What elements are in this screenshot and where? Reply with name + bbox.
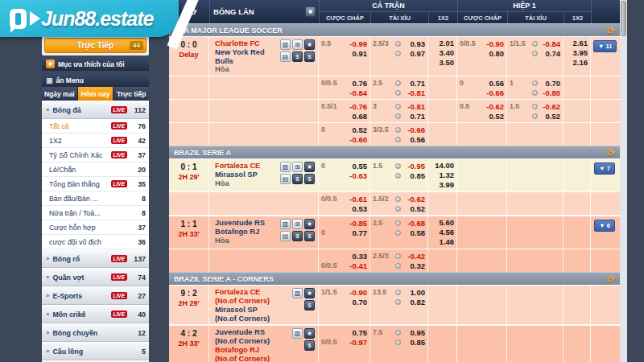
odds-value[interactable]: -0.84: [543, 39, 560, 48]
refresh-icon[interactable]: ⟳: [607, 148, 615, 158]
odds-value[interactable]: 0.82: [411, 298, 426, 306]
grid-icon[interactable]: ⊞: [292, 162, 303, 172]
grid-icon[interactable]: ⊞: [292, 39, 303, 50]
logo-banner[interactable]: Jun88.estate: [0, 0, 179, 37]
scrollbar-track[interactable]: [620, 0, 627, 362]
odds-value[interactable]: 0.91: [353, 49, 368, 58]
sidebar-item[interactable]: Tất cảLIVE76: [42, 119, 149, 134]
sidebar-item[interactable]: Nửa trận / Toà...8: [42, 206, 149, 220]
sidebar-item[interactable]: »Bóng chuyền12: [42, 323, 149, 342]
odds-value[interactable]: -0.66: [407, 125, 425, 134]
tab-ngày-mai[interactable]: Ngày mai: [42, 87, 78, 101]
odds-value[interactable]: 0.52: [411, 204, 426, 213]
star-icon[interactable]: ★: [304, 39, 315, 50]
tv-icon[interactable]: ▥: [292, 328, 303, 339]
odds-value[interactable]: 0.53: [353, 204, 368, 213]
odds-value[interactable]: 2.01: [431, 39, 454, 48]
odds-value[interactable]: -0.63: [349, 171, 367, 180]
cash-icon[interactable]: $: [292, 51, 303, 62]
odds-value[interactable]: 0.58: [411, 228, 426, 237]
star-icon[interactable]: ★: [304, 219, 315, 229]
odds-value[interactable]: -0.42: [407, 252, 425, 261]
odds-value[interactable]: 0.70: [353, 298, 368, 306]
odds-value[interactable]: 0.71: [411, 79, 426, 88]
odds-value[interactable]: 0.56: [489, 79, 505, 88]
odds-value[interactable]: 1.00: [411, 288, 426, 297]
sidebar-item[interactable]: »Môn crikêLIVE40: [42, 305, 149, 323]
sidebar-item[interactable]: cược đội vô địch36: [42, 235, 149, 249]
odds-value[interactable]: -0.41: [349, 261, 367, 270]
odds-value[interactable]: -0.66: [486, 88, 504, 97]
odds-value[interactable]: -0.90: [486, 39, 504, 48]
favorites-column-star-icon[interactable]: ★: [305, 6, 316, 17]
odds-value[interactable]: -0.80: [543, 88, 560, 97]
odds-value[interactable]: 14.00: [431, 161, 454, 171]
grid-icon[interactable]: ⊞: [292, 219, 303, 229]
cash-icon[interactable]: $: [304, 231, 315, 241]
sidebar-item[interactable]: »Bóng đáLIVE112: [42, 101, 149, 119]
odds-value[interactable]: 0.85: [411, 171, 426, 180]
live-now-button[interactable]: Trực Tiếp 44: [44, 38, 147, 53]
odds-value[interactable]: -0.61: [349, 195, 367, 204]
odds-value[interactable]: 3.40: [431, 48, 454, 58]
odds-value[interactable]: -0.95: [407, 162, 425, 171]
star-icon[interactable]: ★: [304, 162, 315, 172]
odds-value[interactable]: -0.62: [407, 195, 425, 204]
tv-icon[interactable]: ▥: [292, 288, 303, 298]
odds-value[interactable]: 0.52: [353, 125, 368, 134]
refresh-icon[interactable]: ⟳: [607, 26, 615, 35]
sidebar-item[interactable]: »Bóng rổLIVE137: [42, 249, 149, 268]
cash-icon[interactable]: $: [304, 300, 315, 311]
chart-icon[interactable]: ▤: [280, 231, 291, 241]
odds-value[interactable]: 0.75: [353, 328, 368, 337]
odds-value[interactable]: 0.33: [353, 252, 368, 261]
odds-value[interactable]: 0.52: [546, 112, 561, 121]
sidebar-item[interactable]: Cược hỗn hợp37: [42, 220, 149, 235]
sidebar-item[interactable]: 1X2LIVE42: [42, 134, 149, 148]
odds-value[interactable]: 1.46: [431, 237, 454, 247]
odds-value[interactable]: 0.80: [489, 49, 505, 58]
odds-value[interactable]: 5.60: [431, 218, 454, 228]
odds-value[interactable]: 0.76: [353, 79, 368, 88]
odds-value[interactable]: 1.32: [431, 171, 454, 180]
sidebar-item[interactable]: »Quần vợtLIVE74: [42, 268, 149, 286]
odds-value[interactable]: 3.50: [431, 58, 454, 68]
cash-icon[interactable]: $: [304, 340, 315, 351]
odds-value[interactable]: 0.70: [546, 79, 561, 88]
scrollbar-thumb[interactable]: [621, 1, 626, 36]
refresh-icon[interactable]: ⟳: [607, 274, 615, 284]
sidebar-item[interactable]: Bàn đầu/Bàn ...8: [42, 191, 149, 206]
odds-value[interactable]: 0.71: [411, 112, 426, 121]
chart-icon[interactable]: ▤: [280, 174, 291, 184]
tab-trực-tiếp[interactable]: Trực tiếp: [114, 87, 149, 101]
odds-value[interactable]: 0.56: [411, 135, 426, 144]
odds-value[interactable]: 3.99: [431, 180, 454, 190]
odds-value[interactable]: 0.97: [411, 49, 426, 58]
more-bets-button[interactable]: ▼ 6: [594, 220, 615, 232]
hide-menu-bar[interactable]: ▣ ẩn Menu: [42, 74, 149, 87]
sidebar-item[interactable]: Lẻ/Chẵn20: [42, 162, 149, 177]
odds-value[interactable]: 0.95: [411, 328, 426, 337]
odds-value[interactable]: 3.95: [566, 48, 588, 58]
odds-value[interactable]: -0.60: [349, 135, 367, 144]
odds-value[interactable]: -0.97: [349, 338, 367, 347]
sidebar-item[interactable]: Tổng Bàn thắngLIVE35: [42, 177, 149, 191]
odds-value[interactable]: -0.76: [349, 102, 367, 111]
odds-value[interactable]: 0.55: [353, 162, 368, 171]
odds-value[interactable]: -0.81: [407, 88, 425, 97]
odds-value[interactable]: 0.52: [489, 112, 505, 121]
odds-value[interactable]: -0.62: [486, 102, 504, 111]
odds-value[interactable]: -0.81: [407, 102, 425, 111]
chart-icon[interactable]: ▤: [280, 51, 291, 62]
sidebar-item[interactable]: »Cầu lông5: [42, 342, 149, 360]
odds-value[interactable]: 0.74: [546, 49, 561, 58]
tv-icon[interactable]: ▥: [280, 39, 291, 50]
odds-value[interactable]: 0.77: [353, 228, 368, 237]
odds-value[interactable]: 4.56: [431, 228, 454, 237]
odds-value[interactable]: -0.99: [349, 39, 367, 48]
tv-icon[interactable]: ▥: [280, 219, 291, 229]
cash-icon[interactable]: $: [304, 174, 315, 184]
odds-value[interactable]: -0.62: [543, 102, 560, 111]
odds-value[interactable]: -0.84: [349, 88, 367, 97]
odds-value[interactable]: -0.68: [407, 219, 425, 228]
